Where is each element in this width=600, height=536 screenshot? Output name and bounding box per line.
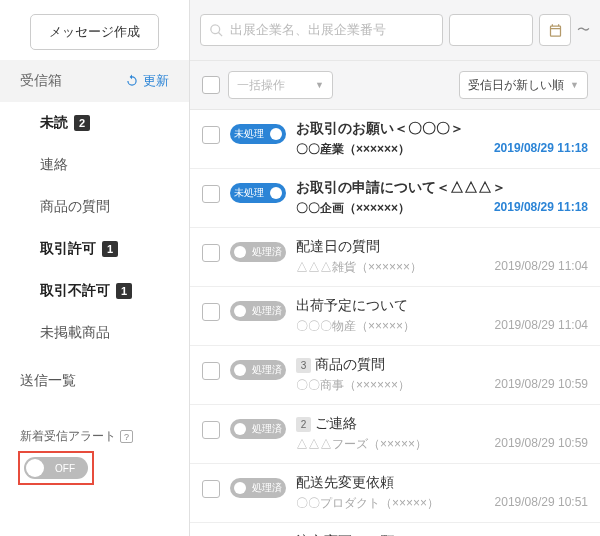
message-row[interactable]: 処理済配送先変更依頼〇〇プロダクト（×××××）2019/08/29 10:51 xyxy=(190,464,600,523)
thread-count-badge: 2 xyxy=(296,417,311,432)
message-from: 〇〇プロダクト（×××××） xyxy=(296,495,439,512)
count-badge: 1 xyxy=(116,283,132,299)
sidebar-item[interactable]: 取引不許可1 xyxy=(0,270,189,312)
message-from: △△△雑貨（××××××） xyxy=(296,259,422,276)
message-subject: 出荷予定について xyxy=(296,297,588,315)
refresh-text: 更新 xyxy=(143,72,169,90)
alert-label: 新着受信アラート xyxy=(20,428,116,445)
sidebar-item[interactable]: 商品の質問 xyxy=(0,186,189,228)
count-badge: 1 xyxy=(102,241,118,257)
row-checkbox[interactable] xyxy=(202,185,220,203)
status-pill[interactable]: 処理済 xyxy=(230,478,286,498)
status-pill[interactable]: 処理済 xyxy=(230,419,286,439)
row-checkbox[interactable] xyxy=(202,303,220,321)
message-from: 〇〇産業（××××××） xyxy=(296,141,410,158)
message-from: △△△フーズ（×××××） xyxy=(296,436,427,453)
thread-count-badge: 3 xyxy=(296,358,311,373)
alert-toggle-highlight: OFF xyxy=(18,451,94,485)
inbox-label[interactable]: 受信箱 xyxy=(20,72,62,90)
message-row[interactable]: 処理済配達日の質問△△△雑貨（××××××）2019/08/29 11:04 xyxy=(190,228,600,287)
date-tilde: 〜 xyxy=(577,21,590,39)
bulk-label: 一括操作 xyxy=(237,77,285,94)
message-subject: お取引の申請について＜△△△＞ xyxy=(296,179,588,197)
refresh-icon xyxy=(125,74,139,88)
bulk-action-select[interactable]: 一括操作▼ xyxy=(228,71,333,99)
calendar-button[interactable] xyxy=(539,14,571,46)
message-date: 2019/08/29 11:04 xyxy=(495,259,588,276)
chevron-down-icon: ▼ xyxy=(315,80,324,90)
sort-label: 受信日が新しい順 xyxy=(468,77,564,94)
compose-button[interactable]: メッセージ作成 xyxy=(30,14,159,50)
sidebar-item[interactable]: 取引許可1 xyxy=(0,228,189,270)
message-date: 2019/08/29 10:59 xyxy=(495,377,588,394)
status-pill[interactable]: 未処理 xyxy=(230,124,286,144)
search-placeholder: 出展企業名、出展企業番号 xyxy=(230,21,386,39)
message-row[interactable]: 処理済3商品の質問〇〇商事（××××××）2019/08/29 10:59 xyxy=(190,346,600,405)
message-date: 2019/08/29 11:04 xyxy=(495,318,588,335)
toggle-knob xyxy=(26,459,44,477)
toggle-text: OFF xyxy=(44,463,86,474)
sidebar-item[interactable]: 未読2 xyxy=(0,102,189,144)
row-checkbox[interactable] xyxy=(202,362,220,380)
row-checkbox[interactable] xyxy=(202,244,220,262)
row-checkbox[interactable] xyxy=(202,421,220,439)
count-badge: 2 xyxy=(74,115,90,131)
status-pill[interactable]: 未処理 xyxy=(230,183,286,203)
status-pill[interactable]: 処理済 xyxy=(230,242,286,262)
message-row[interactable]: 処理済2ご連絡△△△フーズ（×××××）2019/08/29 10:59 xyxy=(190,405,600,464)
message-subject: 3商品の質問 xyxy=(296,356,588,374)
calendar-icon xyxy=(548,23,563,38)
message-row[interactable]: 未処理お取引のお願い＜〇〇〇＞〇〇産業（××××××）2019/08/29 11… xyxy=(190,110,600,169)
message-row[interactable]: 処理済注文変更のお願いについて xyxy=(190,523,600,536)
message-from: 〇〇商事（××××××） xyxy=(296,377,410,394)
status-pill[interactable]: 処理済 xyxy=(230,301,286,321)
message-date: 2019/08/29 10:59 xyxy=(495,436,588,453)
message-from: 〇〇〇物産（×××××） xyxy=(296,318,415,335)
status-pill[interactable]: 処理済 xyxy=(230,360,286,380)
row-checkbox[interactable] xyxy=(202,126,220,144)
message-date: 2019/08/29 10:51 xyxy=(495,495,588,512)
message-subject: 2ご連絡 xyxy=(296,415,588,433)
sort-select[interactable]: 受信日が新しい順▼ xyxy=(459,71,588,99)
message-subject: お取引のお願い＜〇〇〇＞ xyxy=(296,120,588,138)
help-icon[interactable]: ? xyxy=(120,430,133,443)
sidebar-item[interactable]: 連絡 xyxy=(0,144,189,186)
row-checkbox[interactable] xyxy=(202,480,220,498)
message-row[interactable]: 処理済出荷予定について〇〇〇物産（×××××）2019/08/29 11:04 xyxy=(190,287,600,346)
message-subject: 配送先変更依頼 xyxy=(296,474,588,492)
sidebar-item[interactable]: 未掲載商品 xyxy=(0,312,189,354)
search-icon xyxy=(209,23,224,38)
alert-toggle[interactable]: OFF xyxy=(24,457,88,479)
chevron-down-icon: ▼ xyxy=(570,80,579,90)
refresh-link[interactable]: 更新 xyxy=(125,72,169,90)
search-input[interactable]: 出展企業名、出展企業番号 xyxy=(200,14,443,46)
message-subject: 配達日の質問 xyxy=(296,238,588,256)
sent-list-link[interactable]: 送信一覧 xyxy=(0,354,189,402)
select-all-checkbox[interactable] xyxy=(202,76,220,94)
message-row[interactable]: 未処理お取引の申請について＜△△△＞〇〇企画（××××××）2019/08/29… xyxy=(190,169,600,228)
message-from: 〇〇企画（××××××） xyxy=(296,200,410,217)
message-date: 2019/08/29 11:18 xyxy=(494,141,588,158)
message-date: 2019/08/29 11:18 xyxy=(494,200,588,217)
date-from-input[interactable] xyxy=(449,14,533,46)
